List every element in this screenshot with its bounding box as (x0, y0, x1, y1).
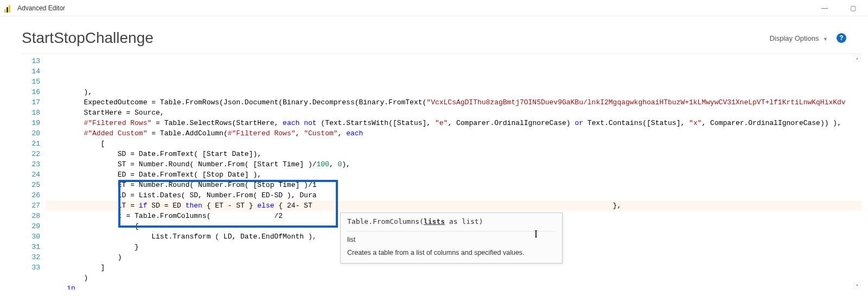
line-number: 32 (22, 252, 40, 262)
line-number: 20 (22, 128, 40, 139)
line-number: 16 (22, 87, 40, 97)
code-line[interactable]: in (50, 283, 861, 290)
line-gutter: 1314151617181920212223242526272829303132… (22, 54, 46, 290)
line-number: 22 (22, 149, 40, 159)
title-bar: Advanced Editor — ▢ (0, 0, 868, 16)
help-icon[interactable]: ? (837, 33, 846, 43)
tooltip-signature: Table.FromColumns(lists as list) (347, 217, 556, 225)
chevron-down-icon: ▼ (823, 36, 828, 42)
tooltip-description: Creates a table from a list of columns a… (347, 249, 556, 256)
line-number: 17 (22, 97, 40, 108)
line-number: 31 (22, 242, 40, 252)
line-number: 33 (22, 262, 40, 273)
code-editor[interactable]: 1314151617181920212223242526272829303132… (22, 53, 861, 290)
line-number: 18 (22, 108, 40, 118)
code-line[interactable]: ExpectedOutcome = Table.FromRows(Json.Do… (50, 97, 861, 108)
line-number: 19 (22, 118, 40, 128)
code-line[interactable]: LD = List.Dates( SD, Number.From( ED-SD … (50, 190, 861, 201)
line-number: 28 (22, 211, 40, 221)
code-line[interactable]: ST = Number.Round( Number.From( [Start T… (50, 159, 861, 170)
code-line[interactable]: LT = if SD = ED then { ET - ST } else { … (50, 201, 861, 211)
line-number: 29 (22, 221, 40, 231)
display-options-label: Display Options (769, 34, 819, 42)
window-title: Advanced Editor (17, 4, 65, 12)
line-number: 25 (22, 180, 40, 190)
line-number: 26 (22, 190, 40, 201)
text-cursor-icon (534, 230, 535, 240)
code-line[interactable]: StartHere = Source, (50, 108, 861, 118)
line-number: 21 (22, 139, 40, 149)
query-name: StartStopChallenge (22, 29, 154, 47)
line-number: 30 (22, 231, 40, 242)
scroll-up-button[interactable]: ▴ (853, 54, 861, 62)
code-line[interactable]: ET = Number.Round( Number.From( [Stop Ti… (50, 180, 861, 190)
window-controls: — ▢ (817, 4, 864, 12)
line-number: 27 (22, 201, 40, 211)
maximize-button[interactable]: ▢ (845, 4, 860, 12)
intellisense-tooltip: Table.FromColumns(lists as list) list Cr… (340, 212, 563, 264)
line-number: 23 (22, 159, 40, 170)
line-number: 14 (22, 66, 40, 77)
code-line[interactable]: ED = Date.FromText( [Stop Date] ), (50, 170, 861, 180)
line-number: 15 (22, 77, 40, 87)
code-line[interactable]: SD = Date.FromText( [Start Date]), (50, 149, 861, 159)
editor-header: StartStopChallenge Display Options ▼ ? (0, 16, 868, 53)
code-line[interactable]: ) (50, 273, 861, 283)
code-line[interactable]: ), (50, 87, 861, 97)
code-line[interactable]: #"Added Custom" = Table.AddColumn(#"Filt… (50, 128, 861, 139)
line-number: 24 (22, 170, 40, 180)
code-line[interactable]: ] (50, 262, 861, 273)
minimize-button[interactable]: — (817, 4, 832, 12)
code-line[interactable]: #"Filtered Rows" = Table.SelectRows(Star… (50, 118, 861, 128)
display-options-dropdown[interactable]: Display Options ▼ (769, 34, 828, 42)
powerbi-icon (4, 4, 13, 12)
tooltip-type: list (347, 236, 556, 243)
code-line[interactable]: [ (50, 139, 861, 149)
scroll-down-button[interactable]: ▾ (853, 281, 861, 290)
line-number: 13 (22, 56, 40, 66)
